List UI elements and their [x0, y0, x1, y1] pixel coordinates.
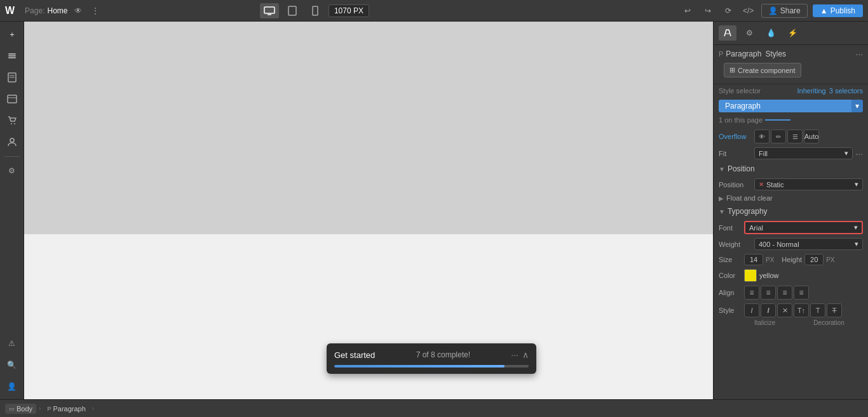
align-left-btn[interactable]: ≡: [744, 286, 759, 300]
share-button[interactable]: 👤 Share: [761, 4, 808, 18]
canvas-area: Get started 7 of 8 complete! ··· ∧: [24, 22, 713, 399]
overflow-buttons: 👁 ✏ ☰ Auto: [754, 129, 819, 143]
breadcrumb-arrow: ›: [39, 405, 41, 412]
overflow-label: Overflow: [719, 133, 752, 140]
color-name: yellow: [759, 272, 779, 279]
float-row[interactable]: ▶ Float and clear: [714, 192, 868, 204]
svg-point-13: [14, 123, 15, 124]
user-icon: 👤: [768, 6, 778, 15]
canvas-width[interactable]: 1070 PX: [329, 4, 369, 17]
sidebar-settings-icon[interactable]: ⚙: [2, 161, 22, 181]
color-swatch[interactable]: [744, 269, 757, 282]
toast-progress-fill: [334, 365, 505, 367]
color-row: Color yellow: [714, 267, 868, 284]
sidebar-cms-icon[interactable]: [2, 89, 22, 109]
sidebar-warning-icon[interactable]: ⚠: [2, 333, 22, 354]
typography-section-header[interactable]: ▼ Typography: [714, 204, 868, 219]
height-input[interactable]: 20: [804, 254, 824, 265]
size-input[interactable]: 14: [744, 254, 763, 265]
align-right-btn[interactable]: ≡: [777, 286, 792, 300]
tab-interactions[interactable]: 💧: [762, 25, 780, 41]
redo-btn[interactable]: ↪: [700, 3, 715, 18]
toast-header: Get started 7 of 8 complete! ··· ∧: [334, 350, 529, 360]
sidebar-users-icon[interactable]: [2, 132, 22, 152]
fit-chevron-icon: ▾: [844, 149, 848, 157]
sidebar-search-icon[interactable]: 🔍: [2, 355, 22, 375]
size-label: Size: [719, 256, 742, 263]
svg-rect-6: [8, 57, 16, 58]
italic-btn[interactable]: I: [744, 303, 759, 317]
position-section-title: Position: [728, 164, 755, 173]
overflow-eye-btn[interactable]: 👁: [754, 129, 770, 143]
align-center-btn[interactable]: ≡: [761, 286, 776, 300]
size-height-row: Size 14 PX Height 20 PX: [714, 252, 868, 267]
tab-styles[interactable]: [719, 25, 736, 41]
breadcrumb-end-arrow: ›: [92, 405, 94, 412]
sidebar-divider: [4, 156, 20, 157]
overflow-list-btn[interactable]: ☰: [787, 129, 803, 143]
svg-rect-5: [8, 55, 16, 56]
publish-button[interactable]: ▲ Publish: [813, 4, 863, 17]
weight-select[interactable]: 400 - Normal ▾: [754, 238, 863, 250]
undo-btn[interactable]: ↩: [680, 3, 695, 18]
device-switcher: 1070 PX: [260, 3, 369, 18]
toast-more-icon[interactable]: ···: [511, 350, 519, 360]
text-style-row: Style I I ✕ T↑ T T: [714, 301, 868, 319]
eye-icon[interactable]: 👁: [72, 5, 84, 17]
tablet-btn[interactable]: [283, 3, 302, 18]
text-linethrough-btn[interactable]: T: [827, 303, 842, 317]
fit-more-icon[interactable]: ···: [855, 149, 863, 159]
selector-chevron-icon[interactable]: ▾: [851, 100, 863, 112]
typography-section-title: Typography: [728, 207, 768, 216]
fit-select[interactable]: Fill ▾: [754, 147, 853, 159]
superscript-btn[interactable]: T↑: [794, 303, 809, 317]
sidebar-pages-icon[interactable]: [2, 67, 22, 88]
desktop-btn[interactable]: [260, 3, 279, 18]
fit-row: Fit Fill ▾ ···: [714, 145, 868, 161]
align-justify-btn[interactable]: ≡: [794, 286, 809, 300]
code-btn[interactable]: </>: [741, 3, 756, 18]
overflow-auto-btn[interactable]: Auto: [804, 129, 819, 143]
font-select[interactable]: Arial ▾: [744, 221, 863, 234]
page-name[interactable]: Home: [47, 6, 67, 15]
page-label: Page:: [25, 6, 44, 15]
sidebar-add-icon[interactable]: ＋: [2, 24, 22, 44]
panel-title: P Paragraph Styles: [719, 50, 786, 58]
bold-italic-btn[interactable]: I: [761, 303, 776, 317]
tab-settings[interactable]: ⚙: [740, 25, 758, 41]
sync-btn[interactable]: ⟳: [721, 3, 736, 18]
position-select[interactable]: ✕ Static ▾: [754, 178, 863, 190]
text-underline-btn[interactable]: T: [810, 303, 825, 317]
sidebar-layers-icon[interactable]: [2, 46, 22, 66]
strikethrough-btn[interactable]: ✕: [777, 303, 792, 317]
align-buttons: ≡ ≡ ≡ ≡: [744, 286, 809, 300]
font-row: Font Arial ▾: [714, 219, 868, 236]
top-bar-right: ↩ ↪ ⟳ </> 👤 Share ▲ Publish: [680, 3, 863, 18]
position-label: Position: [719, 181, 752, 189]
size-unit: PX: [766, 256, 774, 263]
more-icon[interactable]: ⋮: [92, 6, 99, 15]
right-panel: ⚙ 💧 ⚡ P Paragraph Styles ··· ⊞ Create co…: [713, 22, 868, 399]
toast-close-icon[interactable]: ∧: [522, 350, 529, 360]
breadcrumb-body[interactable]: ▭ Body: [5, 404, 36, 414]
overflow-edit-btn[interactable]: ✏: [771, 129, 786, 143]
sidebar-ecommerce-icon[interactable]: [2, 110, 22, 131]
style-selector-row: Style selector Inheriting 3 selectors: [714, 84, 868, 97]
on-this-page: 1 on this page: [714, 115, 868, 128]
paragraph-selector[interactable]: Paragraph: [719, 100, 851, 112]
mobile-btn[interactable]: [306, 3, 325, 18]
logo: W: [5, 5, 15, 17]
create-component-button[interactable]: ⊞ Create component: [724, 63, 801, 77]
bottom-bar: ▭ Body › P Paragraph ›: [0, 399, 868, 417]
canvas-bottom: [24, 234, 713, 399]
position-section-header[interactable]: ▼ Position: [714, 161, 868, 176]
fit-label: Fit: [719, 150, 752, 157]
selectors-count: 3 selectors: [829, 87, 863, 95]
tab-lightning[interactable]: ⚡: [783, 25, 801, 41]
breadcrumb-paragraph[interactable]: P Paragraph: [43, 404, 89, 414]
on-this-page-bar: [765, 119, 790, 121]
panel-more-icon[interactable]: ···: [855, 49, 863, 59]
component-header: P Paragraph Styles ··· ⊞ Create componen…: [714, 45, 868, 84]
decoration-label: Decoration: [813, 319, 844, 326]
sidebar-account-icon[interactable]: 👤: [2, 376, 22, 397]
